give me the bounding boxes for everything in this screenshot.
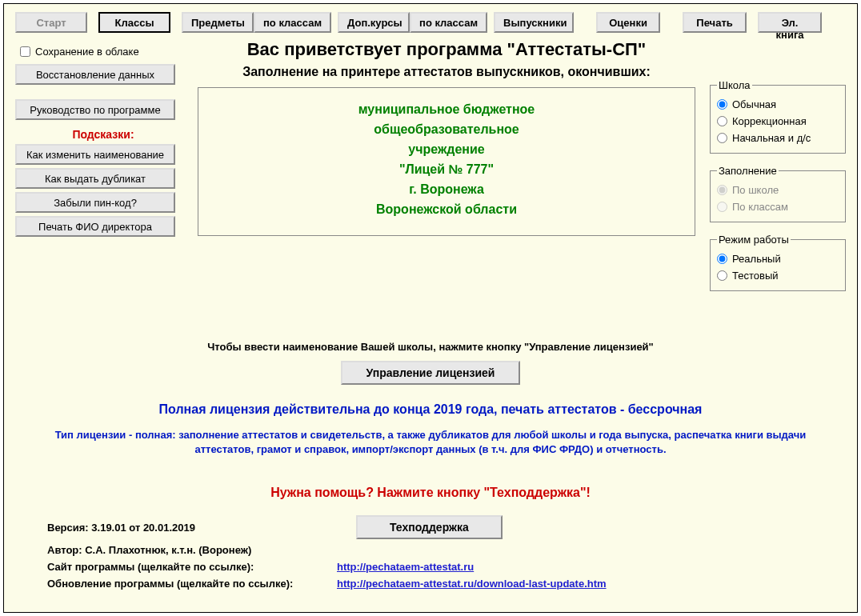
main-toolbar: Старт Классы Предметы по классам Доп.кур… bbox=[4, 4, 857, 39]
author-label: Автор: С.А. Плахотнюк, к.т.н. (Воронеж) bbox=[47, 544, 337, 556]
tech-support-button[interactable]: Техподдержка bbox=[356, 515, 503, 539]
grades-button[interactable]: Оценки bbox=[596, 12, 660, 33]
work-mode-legend: Режим работы bbox=[717, 234, 791, 246]
mode-real[interactable]: Реальный bbox=[717, 250, 839, 267]
bottom-panel: Чтобы ввести наименование Вашей школы, н… bbox=[4, 302, 857, 592]
restore-data-button[interactable]: Восстановление данных bbox=[15, 64, 175, 85]
update-label: Обновление программы (щелкайте по ссылке… bbox=[47, 578, 337, 590]
tip-duplicate-button[interactable]: Как выдать дубликат bbox=[15, 168, 175, 189]
extra-courses-button[interactable]: Доп.курсы bbox=[338, 12, 410, 33]
school-type-legend: Школа bbox=[717, 79, 752, 91]
tips-header: Подсказки: bbox=[15, 123, 191, 144]
mode-test[interactable]: Тестовый bbox=[717, 267, 839, 284]
school-line: Воронежской области bbox=[206, 199, 687, 219]
manual-button[interactable]: Руководство по программе bbox=[15, 99, 175, 120]
school-name-box: муниципальное бюджетное общеобразователь… bbox=[198, 87, 695, 236]
site-label: Сайт программы (щелкайте по ссылке): bbox=[47, 561, 337, 573]
extra-by-classes-button[interactable]: по классам bbox=[410, 12, 487, 33]
manage-license-button[interactable]: Управление лицензией bbox=[341, 361, 521, 385]
main-panel: Вас приветствует программа "Аттестаты-СП… bbox=[191, 39, 702, 302]
school-line: г. Воронежа bbox=[206, 179, 687, 199]
classes-button[interactable]: Классы bbox=[98, 12, 170, 33]
update-link[interactable]: http://pechataem-attestat.ru/download-la… bbox=[337, 578, 607, 590]
print-button[interactable]: Печать bbox=[683, 12, 747, 33]
fill-by-school: По школе bbox=[717, 182, 839, 198]
start-button[interactable]: Старт bbox=[15, 12, 87, 33]
school-type-ordinary[interactable]: Обычная bbox=[717, 96, 839, 113]
info-block: Версия: 3.19.01 от 20.01.2019 Техподдерж… bbox=[20, 513, 841, 592]
fill-mode-group: Заполнение По школе По классам bbox=[710, 165, 846, 222]
tip-pin-button[interactable]: Забыли пин-код? bbox=[15, 192, 175, 213]
license-hint: Чтобы ввести наименование Вашей школы, н… bbox=[20, 302, 841, 361]
cloud-save-label: Сохранение в облаке bbox=[35, 46, 139, 58]
app-subtitle: Заполнение на принтере аттестатов выпуск… bbox=[191, 65, 702, 87]
help-prompt: Нужна помощь? Нажмите кнопку "Техподдерж… bbox=[20, 457, 841, 513]
subjects-button[interactable]: Предметы bbox=[182, 12, 254, 33]
subjects-by-classes-button[interactable]: по классам bbox=[254, 12, 331, 33]
school-line: учреждение bbox=[206, 139, 687, 159]
school-type-elementary[interactable]: Начальная и д/с bbox=[717, 130, 839, 146]
school-line: муниципальное бюджетное bbox=[206, 99, 687, 119]
school-type-group: Школа Обычная Коррекционная Начальная и … bbox=[710, 79, 846, 154]
license-status: Полная лицензия действительна до конца 2… bbox=[20, 385, 841, 428]
right-panel: Школа Обычная Коррекционная Начальная и … bbox=[702, 39, 846, 302]
left-panel: Сохранение в облаке Восстановление данны… bbox=[15, 39, 191, 302]
school-type-correctional[interactable]: Коррекционная bbox=[717, 113, 839, 130]
fill-by-classes: По классам bbox=[717, 198, 839, 215]
school-line: общеобразовательное bbox=[206, 119, 687, 139]
school-line: "Лицей № 777" bbox=[206, 159, 687, 179]
work-mode-group: Режим работы Реальный Тестовый bbox=[710, 234, 846, 291]
cloud-save-checkbox[interactable]: Сохранение в облаке bbox=[15, 42, 191, 64]
site-link[interactable]: http://pechataem-attestat.ru bbox=[337, 561, 474, 573]
tip-rename-button[interactable]: Как изменить наименование bbox=[15, 144, 175, 165]
version-label: Версия: 3.19.01 от 20.01.2019 bbox=[47, 522, 337, 534]
cloud-save-input[interactable] bbox=[20, 46, 30, 57]
content-area: Сохранение в облаке Восстановление данны… bbox=[4, 39, 857, 302]
app-window: Старт Классы Предметы по классам Доп.кур… bbox=[3, 3, 858, 613]
license-type: Тип лицензии - полная: заполнение аттест… bbox=[20, 428, 841, 457]
tip-director-button[interactable]: Печать ФИО директора bbox=[15, 216, 175, 237]
fill-mode-legend: Заполнение bbox=[717, 165, 779, 177]
graduates-button[interactable]: Выпускники bbox=[494, 12, 574, 33]
ebook-button[interactable]: Эл. книга bbox=[758, 12, 822, 33]
app-title: Вас приветствует программа "Аттестаты-СП… bbox=[191, 39, 702, 65]
